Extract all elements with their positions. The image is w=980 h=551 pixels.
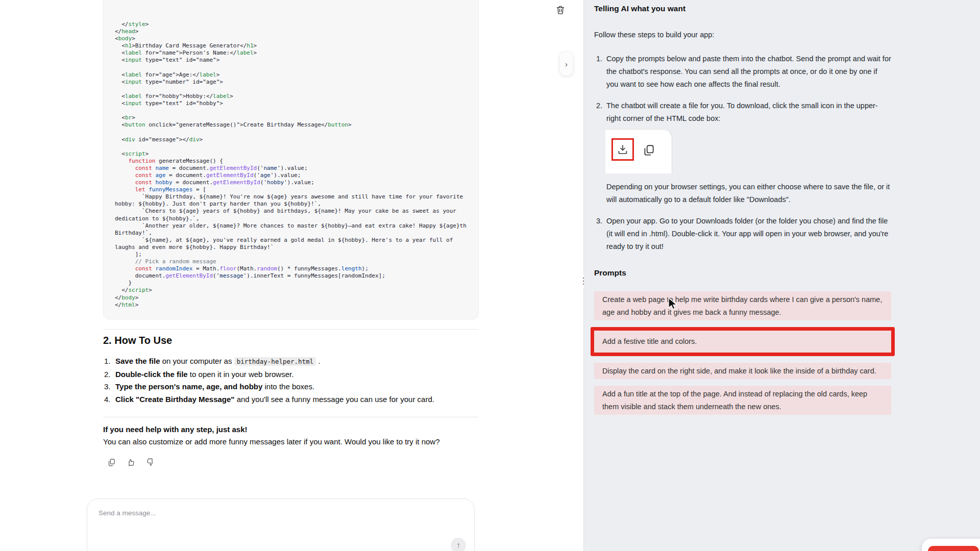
message-actions [104, 455, 157, 469]
step-text: on your computer as [160, 357, 234, 365]
list-item: 1.Save the file on your computer as birt… [103, 355, 479, 368]
guide-title: Telling AI what you want [594, 2, 980, 15]
floating-widget [922, 539, 980, 551]
step-text: Copy the prompts below and paste them in… [606, 55, 891, 88]
how-to-use-heading: 2. How To Use [103, 335, 172, 346]
prompts-heading: Prompts [594, 266, 980, 279]
app-window: </style> </head> <body> <h1>Birthday Car… [0, 0, 980, 551]
thumbs-up-icon[interactable] [124, 455, 138, 469]
step-text: to open it in your web browser. [188, 370, 294, 379]
step-text: . [316, 357, 320, 365]
prompt-box-3[interactable]: Display the card on the right side, and … [594, 363, 891, 380]
guide-intro: Follow these steps to build your app: [594, 29, 980, 41]
guide-step: 2. The chatbot will create a file for yo… [594, 99, 891, 206]
composer[interactable]: Send a message... ↑ [87, 498, 475, 551]
trash-icon[interactable] [553, 3, 568, 17]
list-number: 3. [104, 381, 111, 393]
list-number: 4. [104, 393, 111, 406]
filename-code-chip: birthday-helper.html [234, 357, 316, 366]
guide-steps: 1. Copy the prompts below and paste them… [594, 53, 891, 253]
guide-step: 1. Copy the prompts below and paste them… [594, 53, 891, 91]
list-number: 2. [596, 99, 602, 112]
chat-panel: </style> </head> <body> <h1>Birthday Car… [0, 0, 583, 551]
composer-placeholder: Send a message... [99, 509, 156, 517]
how-to-use-list: 1.Save the file on your computer as birt… [103, 355, 479, 406]
list-item: 3.Type the person's name, age, and hobby… [103, 381, 479, 393]
code-box-corner-image [605, 129, 672, 173]
closing-text: You can also customize or add more funny… [103, 437, 440, 446]
step-text: The chatbot will create a file for you. … [606, 102, 878, 122]
step-bold-text: Double-click the file [115, 370, 188, 379]
chevron-right-icon[interactable]: › [560, 52, 573, 76]
guide-step: 3. Open your app. Go to your Downloads f… [594, 215, 891, 253]
prompt-box-4[interactable]: Add a fun title at the top of the page. … [594, 386, 891, 415]
download-icon [617, 143, 629, 160]
prompt-box-2-highlighted[interactable]: Add a festive title and colors. [591, 327, 895, 356]
copy-icon [642, 144, 655, 161]
list-item: 4.Click "Create Birthday Message" and yo… [103, 393, 479, 406]
step-bold-text: Save the file [115, 357, 160, 365]
step-text: into the boxes. [262, 382, 314, 391]
step-note: Depending on your browser settings, you … [606, 183, 890, 204]
prompt-box-1[interactable]: Create a web page to help me write birth… [594, 291, 891, 320]
guide-panel: Telling AI what you want Follow these st… [584, 0, 980, 551]
step-bold-text: Click "Create Birthday Message" [115, 395, 234, 404]
step-text: Open your app. Go to your Downloads fold… [606, 217, 888, 251]
step-bold-text: Type the person's name, age, and hobby [115, 382, 262, 391]
list-item: 2.Double-click the file to open it in yo… [103, 368, 479, 381]
list-number: 1. [104, 355, 111, 368]
divider-line [103, 329, 479, 330]
divider-line [103, 417, 479, 417]
list-number: 1. [596, 53, 602, 65]
code-block: </style> </head> <body> <h1>Birthday Car… [103, 0, 479, 319]
step-text: and you'll see a funny message you can u… [234, 395, 434, 404]
code-content: </style> </head> <body> <h1>Birthday Car… [115, 21, 467, 309]
thumbs-down-icon[interactable] [143, 455, 157, 469]
copy-icon[interactable] [104, 455, 118, 469]
help-offer-text: If you need help with any step, just ask… [103, 425, 248, 434]
mouse-cursor [668, 297, 678, 310]
send-button[interactable]: ↑ [451, 538, 466, 551]
list-number: 2. [104, 368, 111, 381]
list-number: 3. [596, 215, 602, 228]
floating-red-button[interactable] [928, 546, 979, 551]
